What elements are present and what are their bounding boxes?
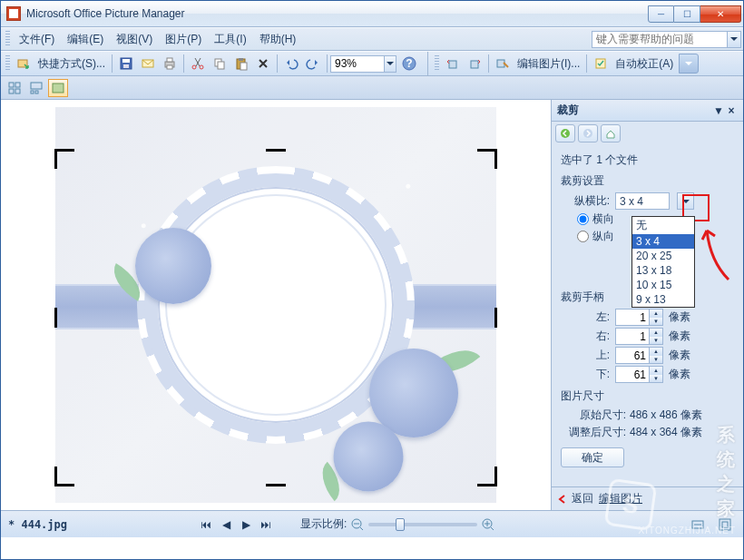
ratio-value[interactable]: 3 x 4 <box>615 192 670 210</box>
toolbar-overflow-icon[interactable] <box>679 54 699 74</box>
top-spinner[interactable]: ▲▼ <box>615 347 663 364</box>
cut-icon[interactable] <box>188 54 208 74</box>
ratio-option-13x18[interactable]: 13 x 18 <box>632 263 694 278</box>
left-label: 左: <box>570 309 615 325</box>
crop-handle-bottom[interactable] <box>266 484 286 486</box>
bottom-spinner[interactable]: ▲▼ <box>615 366 663 383</box>
back-link[interactable]: 返回 <box>572 491 593 506</box>
orient-horizontal-radio[interactable] <box>577 213 589 225</box>
first-image-button[interactable]: ⏮ <box>199 517 213 532</box>
save-icon[interactable] <box>116 54 136 74</box>
thumbnail-view-button[interactable] <box>5 79 24 97</box>
single-view-button[interactable] <box>48 79 68 97</box>
original-size-value: 486 x 486 像素 <box>630 408 702 423</box>
toolbar: 快捷方式(S)... 93% ? 编辑图片(I)... 自动校正(A) <box>1 51 743 76</box>
orient-vertical-radio[interactable] <box>577 231 589 242</box>
zoom-dropdown-button[interactable] <box>385 55 396 73</box>
fit-window-button[interactable] <box>715 515 735 535</box>
undo-icon[interactable] <box>281 54 301 74</box>
app-icon <box>6 6 21 21</box>
crop-settings-label: 裁剪设置 <box>561 173 734 189</box>
zoom-in-button[interactable] <box>478 515 498 535</box>
filmstrip-view-button[interactable] <box>26 79 46 97</box>
zoom-value[interactable]: 93% <box>330 55 385 73</box>
email-icon[interactable] <box>138 54 158 74</box>
help-icon[interactable]: ? <box>399 54 419 74</box>
menu-picture[interactable]: 图片(P) <box>159 29 208 50</box>
zoom-slider[interactable] <box>368 523 477 526</box>
canvas-area[interactable] <box>1 100 552 510</box>
shortcut-icon[interactable] <box>14 54 34 74</box>
crop-handle-left[interactable] <box>54 308 57 328</box>
ratio-label: 纵横比: <box>570 193 615 209</box>
paste-icon[interactable] <box>231 54 251 74</box>
ratio-option-none[interactable]: 无 <box>632 217 694 234</box>
titlebar: Microsoft Office Picture Manager ─ ☐ ✕ <box>1 1 743 27</box>
crop-handle-top[interactable] <box>266 149 286 152</box>
crop-handle-tr[interactable] <box>494 149 497 169</box>
delete-icon[interactable] <box>253 54 273 74</box>
menu-tools[interactable]: 工具(I) <box>208 29 252 50</box>
new-size-label: 调整后尺寸: <box>564 425 630 440</box>
zoom-out-button[interactable] <box>348 515 367 535</box>
gripper-icon[interactable] <box>435 55 439 72</box>
taskpane-nav <box>552 122 743 145</box>
nav-forward-button[interactable] <box>578 124 598 142</box>
close-button[interactable]: ✕ <box>700 5 741 23</box>
menu-edit[interactable]: 编辑(E) <box>61 29 110 50</box>
crop-handle-right[interactable] <box>494 308 497 328</box>
maximize-button[interactable]: ☐ <box>674 5 700 23</box>
crop-rectangle[interactable] <box>55 150 496 486</box>
orient-vertical-label: 纵向 <box>592 229 614 244</box>
edit-picture-link[interactable]: 编辑图片 <box>599 491 642 506</box>
crop-handle-tl[interactable] <box>54 149 57 169</box>
selected-count-label: 选中了 1 个文件 <box>561 152 734 168</box>
app-window: Microsoft Office Picture Manager ─ ☐ ✕ 文… <box>0 0 744 560</box>
redo-icon[interactable] <box>303 54 323 74</box>
gripper-icon[interactable] <box>5 55 10 72</box>
menu-view[interactable]: 视图(V) <box>110 29 159 50</box>
gripper-icon[interactable] <box>5 31 10 47</box>
auto-correct-icon[interactable] <box>591 54 611 74</box>
menubar: 文件(F) 编辑(E) 视图(V) 图片(P) 工具(I) 帮助(H) <box>1 27 743 51</box>
ratio-option-10x15[interactable]: 10 x 15 <box>632 278 694 292</box>
nav-back-button[interactable] <box>555 124 575 142</box>
taskpane-menu-button[interactable]: ▼ <box>712 104 725 117</box>
ratio-option-9x13[interactable]: 9 x 13 <box>632 292 694 307</box>
ok-button[interactable]: 确定 <box>561 447 624 467</box>
menu-file[interactable]: 文件(F) <box>13 29 61 50</box>
next-image-button[interactable]: ▶ <box>239 517 253 532</box>
help-search-input[interactable] <box>592 31 728 48</box>
svg-rect-7 <box>167 65 172 69</box>
svg-rect-34 <box>720 519 730 530</box>
left-spinner[interactable]: ▲▼ <box>615 309 663 326</box>
edit-picture-icon[interactable] <box>493 54 513 74</box>
menu-help[interactable]: 帮助(H) <box>253 29 303 50</box>
last-image-button[interactable]: ⏭ <box>259 517 273 532</box>
zoom-slider-thumb[interactable] <box>396 518 405 531</box>
ratio-option-3x4[interactable]: 3 x 4 <box>632 234 694 249</box>
statusbar: * 444.jpg ⏮ ◀ ▶ ⏭ 显示比例: <box>1 510 743 537</box>
ratio-option-20x25[interactable]: 20 x 25 <box>632 249 694 263</box>
svg-rect-25 <box>31 83 42 89</box>
help-dropdown-button[interactable] <box>728 31 741 48</box>
nav-home-button[interactable] <box>601 124 621 142</box>
svg-text:?: ? <box>406 57 412 70</box>
svg-rect-11 <box>218 62 224 69</box>
prev-image-button[interactable]: ◀ <box>219 517 233 532</box>
right-spinner[interactable]: ▲▼ <box>615 328 663 345</box>
svg-rect-26 <box>31 91 34 93</box>
ratio-dropdown-button[interactable] <box>677 192 694 210</box>
print-icon[interactable] <box>160 54 180 74</box>
copy-icon[interactable] <box>210 54 230 74</box>
auto-correct-button[interactable]: 自动校正(A) <box>612 56 677 72</box>
edit-picture-button[interactable]: 编辑图片(I)... <box>514 56 583 72</box>
taskpane-close-button[interactable]: × <box>725 104 738 117</box>
fit-width-button[interactable] <box>688 515 708 535</box>
shortcut-button[interactable]: 快捷方式(S)... <box>34 56 109 72</box>
rotate-right-icon[interactable] <box>465 54 485 74</box>
minimize-button[interactable]: ─ <box>648 5 674 23</box>
svg-rect-24 <box>15 89 20 93</box>
taskpane-footer: 返回 编辑图片 <box>552 486 743 510</box>
rotate-left-icon[interactable] <box>443 54 463 74</box>
